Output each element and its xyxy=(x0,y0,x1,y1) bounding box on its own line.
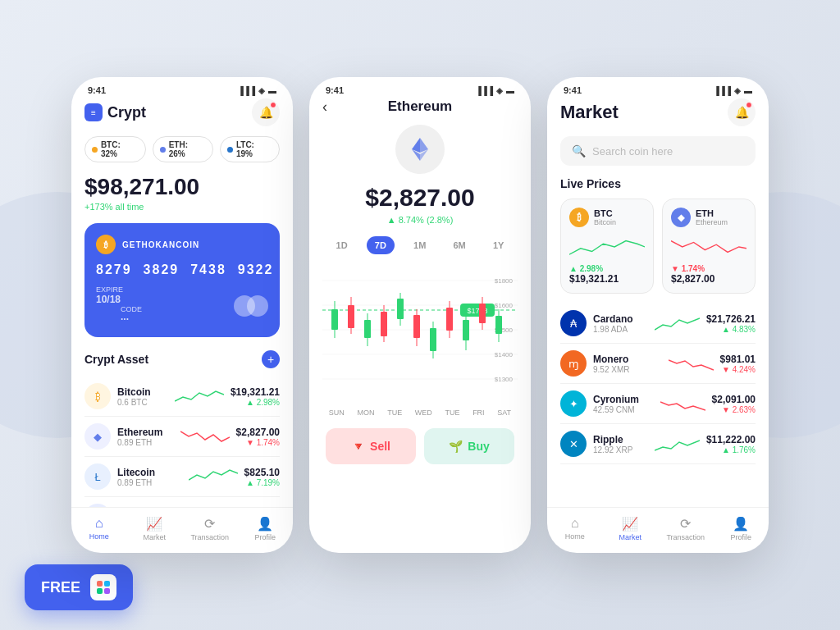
search-box[interactable]: 🔍 Search coin here xyxy=(560,136,756,166)
svg-rect-26 xyxy=(397,299,404,319)
chip-ltc[interactable]: LTC: 19% xyxy=(220,136,280,162)
eth-card-pct: ▼ 1.74% xyxy=(671,264,746,273)
btc-card-name: BTC xyxy=(594,208,616,218)
search-placeholder: Search coin here xyxy=(592,145,673,158)
home-icon-3: ⌂ xyxy=(571,516,579,531)
chip-btc[interactable]: BTC: 32% xyxy=(84,136,146,162)
sell-button[interactable]: 🔻 Sell xyxy=(326,428,416,464)
market-item-cardano[interactable]: ₳ Cardano 1.98 ADA $21,726.21 ▲ 4.83% xyxy=(560,304,756,344)
time-tabs: 1D 7D 1M 6M 1Y xyxy=(322,236,518,254)
eth-chip-label: ETH: 26% xyxy=(169,140,206,158)
cardano-price: $21,726.21 ▲ 4.83% xyxy=(706,313,756,334)
nav-home-label-3: Home xyxy=(565,532,585,541)
ethereum-icon: ◆ xyxy=(84,423,111,450)
svg-text:$1800: $1800 xyxy=(495,277,514,285)
ripple-chart xyxy=(655,434,700,454)
eth-card-info: ETH Ethereum xyxy=(696,208,728,226)
market-item-monero[interactable]: ɱ Monero 9.52 XMR $981.01 ▼ 4.24% xyxy=(560,344,756,384)
card-coin-icon: ₿ xyxy=(96,235,116,254)
svg-rect-38 xyxy=(495,316,502,334)
tab-6m[interactable]: 6M xyxy=(445,236,473,254)
eth-dot xyxy=(160,147,166,153)
phones-container: 9:41 ▐▐▐ ◈ ▬ ≡ Crypt 🔔 xyxy=(71,77,769,553)
svg-rect-40 xyxy=(104,581,110,587)
back-button[interactable]: ‹ xyxy=(322,98,327,116)
market-header: Market 🔔 xyxy=(560,98,756,126)
eth-logo-svg xyxy=(405,135,435,164)
nav-home-3[interactable]: ⌂ Home xyxy=(547,516,603,541)
buy-button[interactable]: 🌱 Buy xyxy=(424,428,514,464)
card-circles xyxy=(234,295,268,317)
market-item-cyronium[interactable]: ✦ Cyronium 42.59 CNM $2,091.00 ▼ 2.63% xyxy=(560,384,756,424)
card-num-1: 8279 xyxy=(96,262,132,277)
btc-card-pct: ▲ 2.98% xyxy=(569,264,645,273)
cyronium-icon: ✦ xyxy=(560,390,587,417)
time-1: 9:41 xyxy=(88,85,106,95)
top-coin-btc[interactable]: ₿ BTC Bitcoin ▲ 2.98% $19,321.21 xyxy=(560,199,654,294)
ripple-sub: 12.92 XRP xyxy=(593,445,648,454)
nav-profile-3[interactable]: 👤 Profile xyxy=(714,516,769,541)
asset-item-litecoin[interactable]: Ł Litecoin 0.89 ETH $825.10 ▲ 7.19% xyxy=(84,457,280,497)
litecoin-price: $825.10 ▲ 7.19% xyxy=(244,467,280,487)
tab-1y[interactable]: 1Y xyxy=(485,236,512,254)
signal-icon: ▐▐▐ xyxy=(238,86,255,95)
bottom-nav-1: ⌂ Home 📈 Market ⟳ Transaction 👤 Profile xyxy=(71,507,293,553)
asset-item-bitcoin[interactable]: ₿ Bitcoin 0.6 BTC $19,321.21 ▲ 2.98% xyxy=(84,377,280,417)
svg-text:$1300: $1300 xyxy=(495,376,514,383)
phone-1: 9:41 ▐▐▐ ◈ ▬ ≡ Crypt 🔔 xyxy=(71,77,293,553)
phone3-content: Market 🔔 🔍 Search coin here Live Prices … xyxy=(547,98,769,507)
wifi-icon: ◈ xyxy=(258,86,265,95)
portfolio-change: +173% all time xyxy=(84,202,280,212)
top-coin-eth[interactable]: ◆ ETH Ethereum ▼ 1.74% $2,827.00 xyxy=(662,199,756,294)
ethereum-name: Ethereum xyxy=(117,427,174,438)
card-numbers: 8279 3829 7438 9322 xyxy=(96,262,268,277)
nav-home-1[interactable]: ⌂ Home xyxy=(71,516,127,541)
tab-7d[interactable]: 7D xyxy=(367,236,395,254)
cardano-info: Cardano 1.98 ADA xyxy=(593,313,648,334)
chip-eth[interactable]: ETH: 26% xyxy=(153,136,213,162)
home-icon: ⌂ xyxy=(95,516,103,531)
free-badge[interactable]: FREE xyxy=(25,564,133,610)
asset-item-chainlink[interactable]: ⬡ Chainlink 1.2 LINK $971.00 ▲ 2.1% xyxy=(84,497,280,507)
market-item-ripple[interactable]: ✕ Ripple 12.92 XRP $11,222.00 ▲ 1.76% xyxy=(560,424,756,464)
eth-change: ▲ 8.74% (2.8%) xyxy=(322,215,518,225)
battery-icon-2: ▬ xyxy=(506,86,514,95)
figma-icon xyxy=(90,574,116,600)
nav-profile-1[interactable]: 👤 Profile xyxy=(238,516,294,541)
nav-market-label: Market xyxy=(143,533,166,541)
phone-3: 9:41 ▐▐▐ ◈ ▬ Market 🔔 🔍 Search coin here… xyxy=(547,77,769,553)
profile-icon: 👤 xyxy=(257,516,273,532)
market-icon: 📈 xyxy=(146,516,162,532)
cyronium-chart xyxy=(660,394,705,414)
asset-item-ethereum[interactable]: ◆ Ethereum 0.89 ETH $2,827.00 ▼ 1.74% xyxy=(84,417,280,457)
cyronium-info: Cyronium 42.59 CNM xyxy=(593,394,654,414)
crypto-card: ₿ GETHOKANCOIN 8279 3829 7438 9322 EXPIR… xyxy=(84,223,280,337)
add-asset-btn[interactable]: + xyxy=(262,350,280,368)
svg-text:$1400: $1400 xyxy=(495,351,514,358)
card-header: ₿ GETHOKANCOIN xyxy=(96,235,268,254)
monero-sub: 9.52 XMR xyxy=(593,365,662,374)
status-bar-2: 9:41 ▐▐▐ ◈ ▬ xyxy=(309,77,531,98)
cardano-sub: 1.98 ADA xyxy=(593,325,648,334)
tab-1m[interactable]: 1M xyxy=(405,236,434,254)
circle-2 xyxy=(247,295,268,317)
nav-transaction-1[interactable]: ⟳ Transaction xyxy=(182,516,238,541)
bitcoin-price: $19,321.21 ▲ 2.98% xyxy=(231,386,280,407)
nav-market-3[interactable]: 📈 Market xyxy=(603,516,659,541)
phone1-content: ≡ Crypt 🔔 BTC: 32% ETH: 26% xyxy=(71,98,293,507)
nav-market-1[interactable]: 📈 Market xyxy=(127,516,183,541)
signal-icon-2: ▐▐▐ xyxy=(476,86,493,95)
phone-2: 9:41 ▐▐▐ ◈ ▬ ‹ Ethereum $2,827.00 xyxy=(309,77,531,553)
ethereum-amount: 0.89 ETH xyxy=(117,438,174,447)
wifi-icon-3: ◈ xyxy=(734,86,741,95)
transaction-icon-3: ⟳ xyxy=(680,516,691,532)
cardano-chart xyxy=(655,313,700,334)
status-icons-1: ▐▐▐ ◈ ▬ xyxy=(238,86,276,95)
btc-card-sub: Bitcoin xyxy=(594,218,616,226)
btc-card-info: BTC Bitcoin xyxy=(594,208,616,226)
notification-bell[interactable]: 🔔 xyxy=(252,98,280,126)
tab-1d[interactable]: 1D xyxy=(328,236,356,254)
nav-transaction-3[interactable]: ⟳ Transaction xyxy=(658,516,714,541)
market-notification-bell[interactable]: 🔔 xyxy=(728,98,756,126)
ripple-price: $11,222.00 ▲ 1.76% xyxy=(706,434,756,454)
